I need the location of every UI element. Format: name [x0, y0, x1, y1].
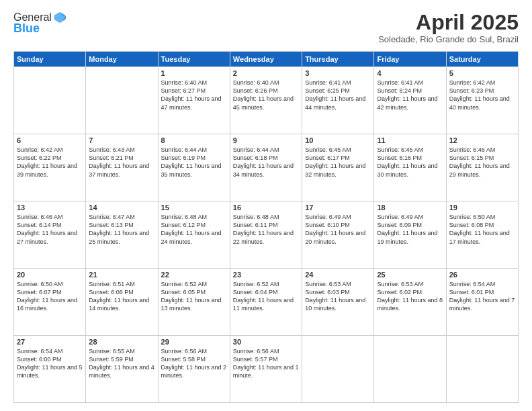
day-info: Sunrise: 6:53 AMSunset: 6:02 PMDaylight:…	[377, 280, 443, 313]
day-cell-13: 13Sunrise: 6:46 AMSunset: 6:14 PMDayligh…	[14, 201, 86, 269]
day-cell-5: 5Sunrise: 6:42 AMSunset: 6:23 PMDaylight…	[446, 67, 518, 134]
day-cell-30: 30Sunrise: 6:56 AMSunset: 5:57 PMDayligh…	[230, 336, 302, 403]
day-info: Sunrise: 6:46 AMSunset: 6:15 PMDaylight:…	[449, 146, 515, 179]
day-cell-19: 19Sunrise: 6:50 AMSunset: 6:08 PMDayligh…	[446, 201, 518, 269]
day-number: 14	[89, 203, 154, 212]
day-number: 26	[449, 271, 515, 279]
day-number: 28	[89, 338, 154, 346]
day-info: Sunrise: 6:54 AMSunset: 6:01 PMDaylight:…	[449, 280, 515, 313]
day-number: 30	[233, 338, 299, 346]
day-cell-2: 2Sunrise: 6:40 AMSunset: 6:26 PMDaylight…	[230, 67, 302, 134]
day-cell-4: 4Sunrise: 6:41 AMSunset: 6:24 PMDaylight…	[374, 67, 446, 134]
day-info: Sunrise: 6:46 AMSunset: 6:14 PMDaylight:…	[17, 213, 83, 246]
day-number: 9	[233, 136, 299, 144]
weekday-header-wednesday: Wednesday	[230, 52, 302, 67]
day-number: 2	[233, 69, 299, 77]
day-number: 1	[161, 69, 227, 77]
day-info: Sunrise: 6:53 AMSunset: 6:03 PMDaylight:…	[305, 280, 371, 313]
day-number: 13	[17, 203, 83, 212]
day-cell-1: 1Sunrise: 6:40 AMSunset: 6:27 PMDaylight…	[158, 67, 230, 134]
day-number: 16	[233, 203, 299, 212]
day-cell-11: 11Sunrise: 6:45 AMSunset: 6:16 PMDayligh…	[374, 134, 446, 201]
day-info: Sunrise: 6:47 AMSunset: 6:13 PMDaylight:…	[89, 213, 154, 246]
day-cell-14: 14Sunrise: 6:47 AMSunset: 6:13 PMDayligh…	[86, 201, 158, 269]
day-info: Sunrise: 6:44 AMSunset: 6:19 PMDaylight:…	[161, 146, 227, 179]
day-info: Sunrise: 6:50 AMSunset: 6:08 PMDaylight:…	[449, 213, 515, 246]
day-number: 10	[305, 136, 371, 144]
day-info: Sunrise: 6:49 AMSunset: 6:10 PMDaylight:…	[305, 213, 371, 246]
weekday-header-row: SundayMondayTuesdayWednesdayThursdayFrid…	[14, 52, 519, 67]
empty-cell	[14, 67, 86, 134]
day-cell-3: 3Sunrise: 6:41 AMSunset: 6:25 PMDaylight…	[302, 67, 374, 134]
day-cell-23: 23Sunrise: 6:52 AMSunset: 6:04 PMDayligh…	[230, 269, 302, 336]
day-cell-24: 24Sunrise: 6:53 AMSunset: 6:03 PMDayligh…	[302, 269, 374, 336]
week-row-5: 27Sunrise: 6:54 AMSunset: 6:00 PMDayligh…	[14, 336, 519, 403]
day-info: Sunrise: 6:41 AMSunset: 6:25 PMDaylight:…	[305, 79, 371, 111]
day-info: Sunrise: 6:51 AMSunset: 6:06 PMDaylight:…	[89, 280, 154, 313]
weekday-header-monday: Monday	[86, 52, 158, 67]
weekday-header-thursday: Thursday	[302, 52, 374, 67]
day-cell-15: 15Sunrise: 6:48 AMSunset: 6:12 PMDayligh…	[158, 201, 230, 269]
day-info: Sunrise: 6:40 AMSunset: 6:27 PMDaylight:…	[161, 79, 227, 111]
day-number: 21	[89, 271, 154, 279]
day-info: Sunrise: 6:52 AMSunset: 6:05 PMDaylight:…	[161, 280, 227, 313]
day-info: Sunrise: 6:43 AMSunset: 6:21 PMDaylight:…	[89, 146, 154, 179]
empty-cell	[374, 336, 446, 403]
day-cell-7: 7Sunrise: 6:43 AMSunset: 6:21 PMDaylight…	[86, 134, 158, 201]
day-info: Sunrise: 6:50 AMSunset: 6:07 PMDaylight:…	[17, 280, 83, 313]
page: General Blue April 2025 Soledade, Rio Gr…	[0, 0, 532, 411]
day-number: 15	[161, 203, 227, 212]
logo: General Blue	[13, 11, 66, 36]
week-row-1: 1Sunrise: 6:40 AMSunset: 6:27 PMDaylight…	[14, 67, 519, 134]
month-title: April 2025	[378, 11, 519, 34]
day-info: Sunrise: 6:42 AMSunset: 6:23 PMDaylight:…	[449, 79, 515, 111]
day-info: Sunrise: 6:56 AMSunset: 5:57 PMDaylight:…	[233, 347, 299, 380]
day-info: Sunrise: 6:54 AMSunset: 6:00 PMDaylight:…	[17, 347, 83, 380]
day-info: Sunrise: 6:40 AMSunset: 6:26 PMDaylight:…	[233, 79, 299, 111]
day-cell-8: 8Sunrise: 6:44 AMSunset: 6:19 PMDaylight…	[158, 134, 230, 201]
day-cell-12: 12Sunrise: 6:46 AMSunset: 6:15 PMDayligh…	[446, 134, 518, 201]
day-info: Sunrise: 6:49 AMSunset: 6:09 PMDaylight:…	[377, 213, 443, 246]
day-cell-6: 6Sunrise: 6:42 AMSunset: 6:22 PMDaylight…	[14, 134, 86, 201]
day-number: 24	[305, 271, 371, 279]
day-cell-16: 16Sunrise: 6:48 AMSunset: 6:11 PMDayligh…	[230, 201, 302, 269]
day-number: 8	[161, 136, 227, 144]
day-number: 3	[305, 69, 371, 77]
day-cell-20: 20Sunrise: 6:50 AMSunset: 6:07 PMDayligh…	[14, 269, 86, 336]
calendar: SundayMondayTuesdayWednesdayThursdayFrid…	[13, 51, 519, 403]
day-info: Sunrise: 6:45 AMSunset: 6:17 PMDaylight:…	[305, 146, 371, 179]
day-number: 5	[449, 69, 515, 77]
header: General Blue April 2025 Soledade, Rio Gr…	[13, 11, 519, 44]
day-cell-18: 18Sunrise: 6:49 AMSunset: 6:09 PMDayligh…	[374, 201, 446, 269]
day-cell-10: 10Sunrise: 6:45 AMSunset: 6:17 PMDayligh…	[302, 134, 374, 201]
day-info: Sunrise: 6:56 AMSunset: 5:58 PMDaylight:…	[161, 347, 227, 380]
day-cell-21: 21Sunrise: 6:51 AMSunset: 6:06 PMDayligh…	[86, 269, 158, 336]
day-cell-9: 9Sunrise: 6:44 AMSunset: 6:18 PMDaylight…	[230, 134, 302, 201]
weekday-header-saturday: Saturday	[446, 52, 518, 67]
day-info: Sunrise: 6:48 AMSunset: 6:11 PMDaylight:…	[233, 213, 299, 246]
day-cell-28: 28Sunrise: 6:55 AMSunset: 5:59 PMDayligh…	[86, 336, 158, 403]
day-number: 29	[161, 338, 227, 346]
day-number: 18	[377, 203, 443, 212]
day-info: Sunrise: 6:52 AMSunset: 6:04 PMDaylight:…	[233, 280, 299, 313]
day-number: 19	[449, 203, 515, 212]
day-number: 22	[161, 271, 227, 279]
day-number: 27	[17, 338, 83, 346]
day-cell-25: 25Sunrise: 6:53 AMSunset: 6:02 PMDayligh…	[374, 269, 446, 336]
title-block: April 2025 Soledade, Rio Grande do Sul, …	[378, 11, 519, 44]
day-number: 20	[17, 271, 83, 279]
empty-cell	[446, 336, 518, 403]
day-number: 7	[89, 136, 154, 144]
day-info: Sunrise: 6:48 AMSunset: 6:12 PMDaylight:…	[161, 213, 227, 246]
day-cell-17: 17Sunrise: 6:49 AMSunset: 6:10 PMDayligh…	[302, 201, 374, 269]
day-info: Sunrise: 6:55 AMSunset: 5:59 PMDaylight:…	[89, 347, 154, 380]
day-info: Sunrise: 6:41 AMSunset: 6:24 PMDaylight:…	[377, 79, 443, 111]
day-number: 12	[449, 136, 515, 144]
weekday-header-friday: Friday	[374, 52, 446, 67]
day-cell-22: 22Sunrise: 6:52 AMSunset: 6:05 PMDayligh…	[158, 269, 230, 336]
day-number: 23	[233, 271, 299, 279]
day-info: Sunrise: 6:45 AMSunset: 6:16 PMDaylight:…	[377, 146, 443, 179]
day-number: 4	[377, 69, 443, 77]
week-row-3: 13Sunrise: 6:46 AMSunset: 6:14 PMDayligh…	[14, 201, 519, 269]
location: Soledade, Rio Grande do Sul, Brazil	[378, 34, 519, 44]
